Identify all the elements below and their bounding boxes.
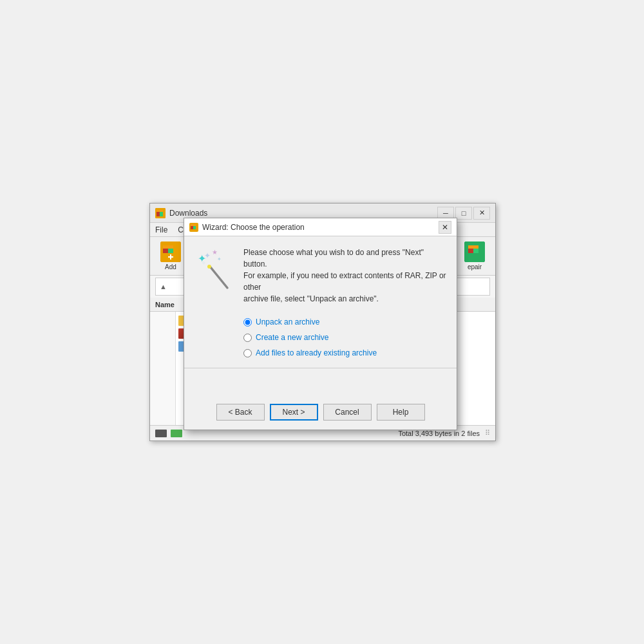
svg-text:✦: ✦: [217, 256, 222, 262]
wizard-icon-area: ✦ ★ ✦ ✧ ✦: [194, 247, 233, 357]
description-line1: Please choose what you wish to do and pr…: [243, 248, 424, 269]
svg-text:★: ★: [212, 249, 218, 256]
modal-overlay: Wizard: Choose the operation ✕ ✦ ★ ✦ ✧ ✦: [0, 0, 644, 644]
svg-rect-17: [191, 224, 196, 226]
radio-unpack-input[interactable]: [243, 318, 252, 327]
radio-addfiles-label: Add files to already existing archive: [256, 348, 377, 357]
modal-titlebar-left: Wizard: Choose the operation: [189, 223, 305, 232]
magic-wand-icon: ✦ ★ ✦ ✧ ✦: [196, 249, 232, 291]
radio-addfiles-input[interactable]: [243, 349, 252, 357]
modal-close-button[interactable]: ✕: [439, 221, 451, 234]
wizard-dialog: Wizard: Choose the operation ✕ ✦ ★ ✦ ✧ ✦: [184, 218, 457, 430]
radio-addfiles[interactable]: Add files to already existing archive: [243, 348, 446, 357]
modal-title: Wizard: Choose the operation: [202, 223, 305, 232]
modal-titlebar: Wizard: Choose the operation ✕: [184, 218, 457, 236]
back-button[interactable]: < Back: [216, 404, 265, 421]
modal-text-area: Please choose what you wish to do and pr…: [243, 247, 446, 357]
modal-divider: [184, 368, 457, 368]
cancel-button[interactable]: Cancel: [323, 404, 372, 421]
next-button[interactable]: Next >: [270, 404, 318, 421]
modal-body: ✦ ★ ✦ ✧ ✦ Please choose what you wish to…: [184, 236, 457, 368]
description-line2: For example, if you need to extract cont…: [243, 271, 446, 292]
modal-buttons: < Back Next > Cancel Help: [184, 395, 457, 430]
svg-text:✦: ✦: [198, 253, 206, 264]
radio-unpack[interactable]: Unpack an archive: [243, 317, 446, 327]
radio-create[interactable]: Create a new archive: [243, 333, 446, 342]
radio-create-label: Create a new archive: [256, 333, 328, 342]
radio-create-input[interactable]: [243, 334, 252, 342]
help-button[interactable]: Help: [377, 404, 425, 421]
modal-wizard-icon: [189, 223, 198, 232]
modal-description: Please choose what you wish to do and pr…: [243, 247, 446, 305]
svg-point-24: [207, 265, 211, 269]
svg-line-23: [211, 267, 227, 288]
radio-group: Unpack an archive Create a new archive A…: [243, 317, 446, 357]
radio-unpack-label: Unpack an archive: [256, 317, 319, 327]
description-line3: archive file, select "Unpack an archive"…: [243, 294, 379, 303]
